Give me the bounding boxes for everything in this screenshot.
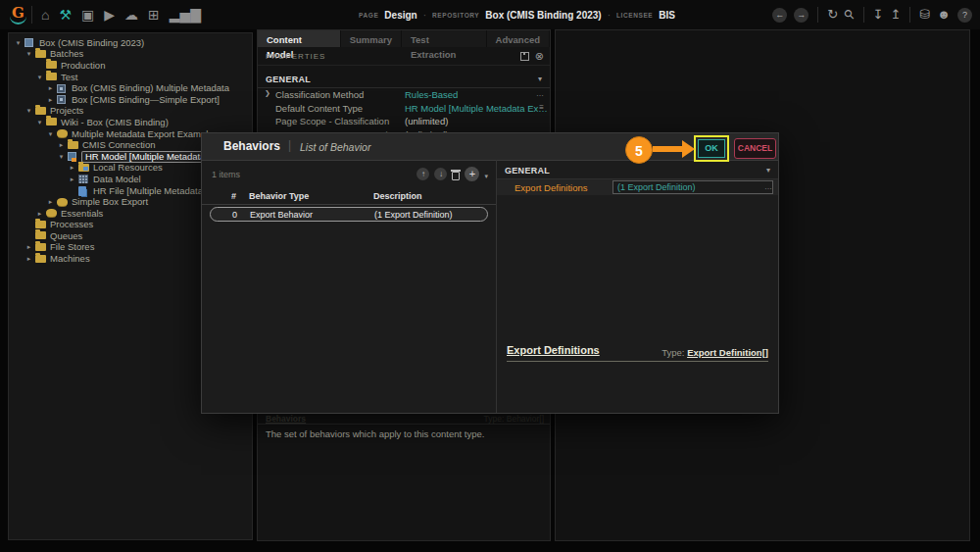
cube-icon [24, 37, 36, 48]
tree-item-label: Wiki - Box (CMIS Binding) [61, 118, 169, 127]
behavior-type: Export Behavior [250, 210, 313, 220]
folder-icon [35, 220, 47, 230]
page-value[interactable]: Design [384, 10, 416, 21]
expander-icon[interactable]: ▾ [36, 74, 43, 81]
imports-icon[interactable]: ☁ [124, 8, 138, 22]
forward-icon[interactable]: → [794, 8, 808, 23]
help-icon[interactable]: ? [957, 8, 972, 23]
tab-content-model[interactable]: Content Model [258, 30, 340, 47]
upload-icon[interactable]: ↥ [891, 8, 902, 22]
expander-icon[interactable]: ▾ [47, 130, 54, 138]
batches-icon[interactable]: ▣ [81, 8, 94, 22]
ok-button[interactable]: OK [698, 139, 725, 158]
expander-icon[interactable]: ▸ [58, 141, 65, 149]
stats-icon[interactable]: ▂▅▇ [170, 8, 201, 22]
tree-item[interactable]: ▾Batches [9, 49, 252, 61]
database-icon[interactable]: ⛁ [919, 8, 930, 22]
expander-icon[interactable]: ▾ [25, 50, 32, 58]
general-section-header[interactable]: GENERAL ▾ [497, 165, 778, 179]
property-value[interactable]: (unlimited) [405, 116, 448, 126]
account-icon[interactable]: ☻ [937, 8, 951, 22]
tab-bar: Content ModelSummaryTest ExtractionAdvan… [258, 30, 550, 47]
divider [863, 7, 864, 23]
search-icon: ⚲ [842, 7, 858, 24]
property-trailing-icon[interactable]: ≡ [539, 103, 544, 112]
batch-process-icon[interactable]: ▶ [104, 8, 115, 22]
tab-test-extraction[interactable]: Test Extraction [402, 30, 486, 47]
tab-advanced[interactable]: Advanced [487, 30, 549, 47]
add-icon[interactable]: + [465, 167, 479, 181]
expander-icon[interactable]: ▸ [47, 84, 54, 92]
property-trailing-icon[interactable]: … [536, 89, 544, 98]
download-icon[interactable]: ↧ [873, 8, 884, 22]
tree-item[interactable]: Production [9, 60, 252, 72]
back-icon[interactable]: ← [772, 8, 787, 23]
tree-item-label: Test [61, 73, 77, 82]
expander-icon[interactable]: ▸ [36, 210, 43, 218]
tab-summary[interactable]: Summary [341, 30, 401, 47]
dot-separator: · [423, 10, 426, 21]
export-definitions-value[interactable]: (1 Export Definition) [612, 180, 773, 194]
save-icon[interactable] [520, 52, 529, 61]
behavior-row[interactable]: 0Export Behavior(1 Export Definition) [210, 207, 488, 222]
folder-icon [35, 254, 47, 265]
behavior-detail-pane: GENERAL ▾ Export Definitions (1 Export D… [497, 160, 778, 413]
collapse-caret-icon[interactable]: ▾ [766, 166, 770, 175]
list-column-headers: #Behavior TypeDescription [202, 189, 496, 205]
move-up-icon[interactable]: ↑ [416, 168, 429, 180]
tree-item[interactable]: ▾Test [9, 72, 252, 83]
tree-item[interactable]: ▸Box (CMIS Binding) Multiple Metadata [9, 82, 252, 94]
property-value[interactable]: HR Model [Multiple Metadata Ex… [405, 103, 548, 114]
batch-icon [57, 94, 69, 105]
expander-icon[interactable]: ❯ [265, 89, 270, 97]
tree-item[interactable]: ▾Projects [9, 106, 252, 118]
project-icon [57, 197, 69, 208]
home-icon[interactable]: ⌂ [41, 8, 49, 22]
expander-icon[interactable]: ▸ [25, 255, 32, 263]
caret-down-icon[interactable]: ▾ [484, 173, 488, 180]
expander-icon[interactable]: ▸ [25, 243, 32, 251]
jobs-icon[interactable]: ⊞ [148, 8, 160, 22]
expander-icon[interactable]: ▾ [15, 39, 22, 47]
expander-icon[interactable]: ▾ [36, 119, 43, 126]
property-row[interactable]: ❯Classification MethodRules-Based… [258, 88, 550, 102]
footer-type: Type: Export Definition[] [662, 347, 768, 358]
ellipsis-button[interactable]: … [764, 182, 772, 191]
expander-icon[interactable]: ▸ [47, 198, 54, 206]
export-definitions-row[interactable]: Export Definitions (1 Export Definition)… [497, 179, 778, 195]
app-logo[interactable]: G [10, 4, 26, 25]
cancel-button[interactable]: CANCEL [734, 138, 776, 159]
behaviors-footer-type: Type: Behavior[] [484, 414, 544, 424]
footer-type-link[interactable]: Export Definition[] [687, 347, 768, 358]
property-label: Page Scope - Classification [275, 116, 389, 126]
tree-item[interactable]: ▾Box (CMIS Binding 2023) [9, 37, 252, 49]
collapse-caret-icon[interactable]: ▾ [538, 75, 542, 83]
tree-item[interactable]: ▾Wiki - Box (CMIS Binding) [9, 117, 252, 128]
expander-icon[interactable]: ▸ [69, 164, 75, 172]
expander-icon[interactable]: ▸ [47, 96, 54, 104]
tree-item-label: Batches [50, 49, 83, 59]
property-row[interactable]: Page Scope - Classification(unlimited) [258, 115, 550, 128]
expander-icon[interactable]: ▾ [58, 153, 65, 161]
search-icon[interactable]: ⚲ [845, 8, 855, 22]
repository-value[interactable]: Box (CMIS Binding 2023) [485, 10, 601, 21]
close-icon[interactable]: ⊗ [535, 51, 544, 62]
move-down-icon[interactable]: ↓ [434, 168, 447, 180]
annotation-arrow [653, 146, 684, 152]
property-row[interactable]: Default Content TypeHR Model [Multiple M… [258, 102, 550, 116]
expander-icon[interactable]: ▾ [25, 107, 32, 115]
topbar-info: PAGE Design · REPOSITORY Box (CMIS Bindi… [359, 0, 675, 29]
expander-icon[interactable]: ▸ [69, 176, 75, 183]
property-value[interactable]: Rules-Based [405, 89, 458, 100]
annotation-arrow-head [682, 140, 695, 158]
behaviors-footer-title: Behaviors [266, 414, 306, 424]
design-tools-icon[interactable]: ⚒ [59, 8, 72, 22]
column-header: # [231, 191, 236, 201]
properties-title: PROPERTIES [266, 52, 325, 61]
topbar-right-icons: ←→↻⚲↧↥⛁☻? [772, 0, 972, 29]
general-section-header[interactable]: GENERAL ▾ [258, 74, 550, 88]
tree-item[interactable]: ▸Box [CMIS Binding—Simple Export] [9, 94, 252, 106]
row-index: 0 [232, 210, 237, 220]
refresh-icon[interactable]: ↻ [827, 8, 838, 22]
delete-icon[interactable] [452, 172, 460, 180]
